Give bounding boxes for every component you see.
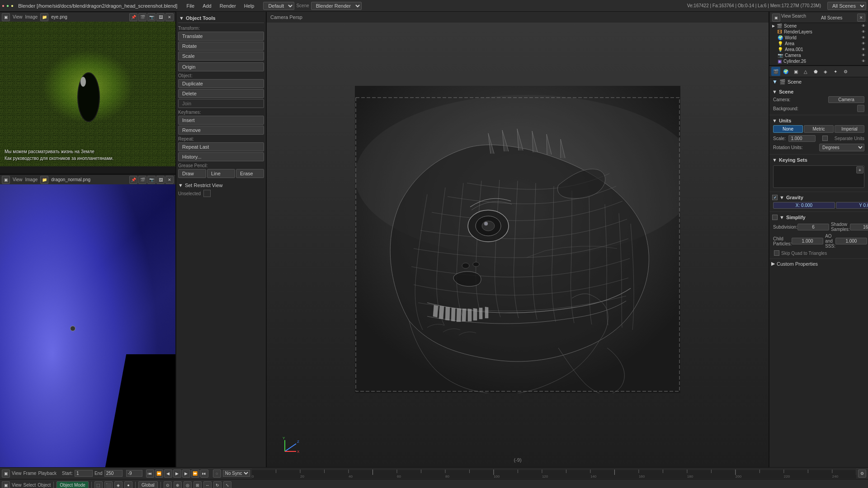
start-frame-input[interactable] (75, 470, 93, 477)
jump-end-button[interactable]: ⏭ (200, 469, 208, 478)
timeline-view-label[interactable]: View (12, 471, 22, 476)
sync-icon[interactable]: ○ (213, 469, 221, 478)
scene-selector[interactable]: All Scenes (827, 2, 866, 10)
object-mode-button[interactable]: Object Mode (57, 481, 89, 488)
folder-icon[interactable]: 📁 (40, 13, 48, 21)
view-label[interactable]: View (13, 14, 23, 19)
bot-camera-icon[interactable]: 📷 (147, 176, 156, 184)
keying-sets-header[interactable]: ▼ Keying Sets (771, 156, 866, 164)
rotation-select[interactable]: Degrees Radians (819, 144, 864, 151)
ao-sss-field[interactable] (835, 238, 867, 244)
play-button[interactable]: ▶ (173, 469, 181, 478)
bot-view-icon[interactable]: ▣ (2, 176, 10, 184)
world-vis[interactable]: 👁 (862, 36, 865, 40)
scale-button[interactable]: Scale (178, 52, 264, 61)
outliner-item-camera[interactable]: 📷 Camera 👁 (776, 52, 867, 58)
object-prop-icon[interactable]: ▣ (791, 67, 800, 76)
texture-prop-icon[interactable]: ◈ (821, 67, 830, 76)
simplify-enable-checkbox[interactable] (772, 215, 778, 220)
display-icon[interactable]: 🖼 (156, 13, 165, 21)
scale-input[interactable] (788, 135, 816, 142)
layout-selector[interactable]: Default (263, 2, 294, 10)
help-menu[interactable]: Help (241, 2, 258, 9)
rotate-button[interactable]: Rotate (178, 42, 264, 51)
viewport-object-label[interactable]: Object (38, 483, 51, 488)
line-button[interactable]: Line (207, 169, 235, 178)
cylinder-vis[interactable]: 👁 (862, 59, 865, 63)
rendered-btn[interactable]: ● (124, 481, 132, 488)
camera-icon[interactable]: 📷 (147, 13, 156, 21)
particles-prop-icon[interactable]: ✦ (831, 67, 840, 76)
units-metric-button[interactable]: Metric (804, 125, 834, 133)
texture-btn[interactable]: ◈ (114, 481, 123, 488)
material-prop-icon[interactable]: ⬟ (811, 67, 820, 76)
draw-button[interactable]: Draw (178, 169, 206, 178)
timeline-playback-label[interactable]: Playback (38, 471, 57, 476)
outliner-close-icon[interactable]: ✕ (857, 14, 865, 22)
units-none-button[interactable]: None (773, 125, 803, 133)
gravity-header[interactable]: ▼ Gravity (771, 194, 866, 201)
outliner-item-scene[interactable]: ▶ 🎬 Scene 👁 (770, 23, 867, 29)
keying-add-button[interactable]: + (856, 166, 863, 174)
close-bot-icon[interactable]: ✕ (165, 176, 174, 184)
repeat-last-button[interactable]: Repeat Last (178, 142, 264, 151)
next-key-button[interactable]: ⏩ (191, 469, 199, 478)
sync-selector[interactable]: No Sync (223, 470, 250, 477)
subdivision-field[interactable] (797, 224, 829, 230)
physics-prop-icon[interactable]: ⚙ (841, 67, 850, 76)
viewport[interactable]: Camera Persp (267, 12, 769, 467)
outliner-item-cylinder[interactable]: ▣ Cylinder.26 👁 (776, 58, 867, 64)
insert-button[interactable]: Insert (178, 116, 264, 125)
background-color-swatch[interactable] (857, 105, 864, 112)
join-button[interactable]: Join (178, 99, 264, 108)
wireframe-btn[interactable]: ⬚ (94, 481, 103, 488)
scene-prop-icon[interactable]: 🎬 (771, 67, 780, 76)
prev-frame-button[interactable]: ◀ (164, 469, 172, 478)
render-result-icon[interactable]: 🎬 (138, 13, 146, 21)
file-menu[interactable]: File (183, 2, 198, 9)
timeline-view-icon[interactable]: ▣ (2, 469, 10, 478)
pin-icon[interactable]: 📌 (129, 13, 137, 21)
delete-button[interactable]: Delete (178, 89, 264, 98)
bot-view-label[interactable]: View (13, 177, 23, 182)
gravity-y-field[interactable] (836, 202, 868, 209)
outliner-view-label[interactable]: View (781, 14, 791, 22)
outliner-item-area001[interactable]: 💡 Area.001 👁 (776, 47, 867, 52)
mesh-prop-icon[interactable]: △ (801, 67, 810, 76)
viewport-select-label[interactable]: Select (24, 483, 36, 488)
scene-section-header[interactable]: ▼ Scene (771, 88, 866, 95)
history-button[interactable]: History... (178, 152, 264, 161)
skip-quad-checkbox[interactable] (774, 250, 779, 256)
area001-vis[interactable]: 👁 (862, 47, 865, 52)
set-restrict-toggle[interactable]: ▼ Set Restrict View (178, 183, 264, 188)
timeline-settings-icon[interactable]: ⚙ (858, 469, 866, 478)
outliner-view-icon[interactable]: ▣ (772, 14, 780, 22)
outliner-item-world[interactable]: 🌍 World 👁 (776, 35, 867, 41)
translate-button[interactable]: Translate (178, 32, 264, 41)
bot-image-label[interactable]: Image (25, 177, 38, 182)
child-particles-field[interactable] (792, 238, 823, 244)
current-frame-input[interactable] (126, 470, 142, 477)
view-icon[interactable]: ▣ (2, 13, 10, 21)
erase-button[interactable]: Erase (236, 169, 264, 178)
outliner-item-renderlayers[interactable]: 🎞 RenderLayers 👁 (776, 29, 867, 35)
solid-btn[interactable]: ⬛ (104, 481, 113, 488)
manipulate-icon[interactable]: ⊞ (193, 481, 202, 488)
close-top-icon[interactable]: ✕ (165, 13, 174, 21)
outliner-item-area[interactable]: 💡 Area 👁 (776, 41, 867, 47)
jump-start-button[interactable]: ⏮ (146, 469, 154, 478)
viewport-view-label[interactable]: View (12, 483, 22, 488)
camera-vis[interactable]: 👁 (862, 53, 865, 57)
bot-pin-icon[interactable]: 📌 (129, 176, 137, 184)
snap-icon[interactable]: ⊕ (174, 481, 182, 488)
next-frame-button[interactable]: ▶ (182, 469, 190, 478)
area-vis[interactable]: 👁 (862, 42, 865, 46)
origin-button[interactable]: Origin (178, 62, 264, 71)
render-layers-vis[interactable]: 👁 (862, 30, 865, 34)
render-menu[interactable]: Render (216, 2, 240, 9)
world-prop-icon[interactable]: 🌍 (781, 67, 790, 76)
engine-selector[interactable]: Blender Render (311, 2, 362, 10)
units-section-header[interactable]: ▼ Units (771, 117, 866, 124)
gravity-enable-checkbox[interactable] (772, 195, 778, 200)
timeline-marks-area[interactable]: 0 20 40 60 80 100 120 140 160 180 200 22… (252, 469, 856, 479)
